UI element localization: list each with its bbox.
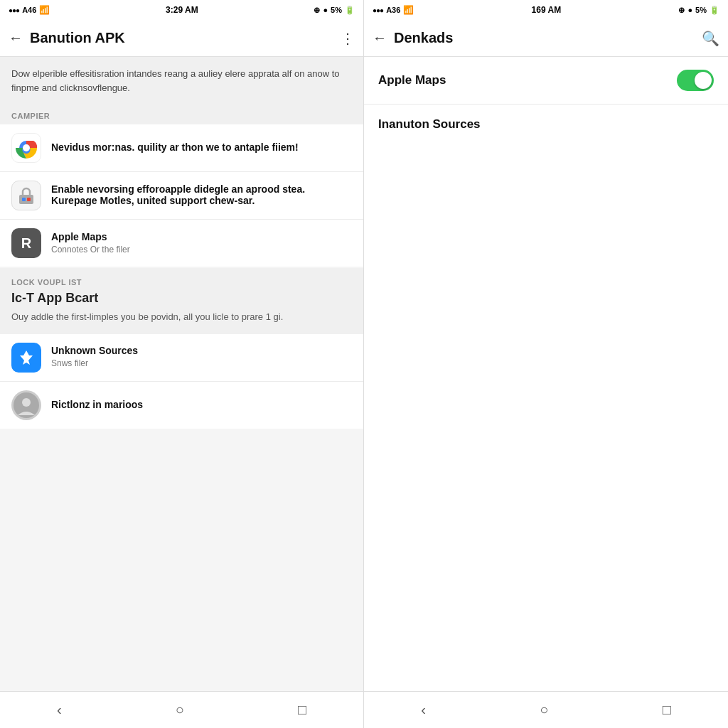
lock-icon — [11, 181, 41, 210]
left-content: Dow elperible effesitisration intandes r… — [0, 57, 363, 691]
right-nav-title: Denkads — [394, 30, 702, 46]
left-top-nav: ← Banution APK ⋮ — [0, 20, 363, 57]
left-back-button[interactable]: ← — [9, 30, 23, 46]
right-bottom-nav: ‹ ○ □ — [364, 691, 728, 728]
left-back-nav-button[interactable]: ‹ — [57, 702, 62, 718]
promo-text: Ouy addle the first-limples you be povid… — [11, 310, 352, 324]
left-battery-icon: 🔋 — [345, 6, 355, 15]
apple-maps-toggle[interactable] — [677, 70, 714, 91]
apple-maps-setting-label: Apple Maps — [378, 73, 446, 87]
information-sources-row: Inanuton Sources — [364, 105, 728, 144]
toggle-thumb — [695, 72, 712, 89]
list-item[interactable]: Rictlonz in marioos — [0, 382, 363, 429]
right-dot: ● — [687, 6, 692, 14]
left-status-right: ⊕ ● 5% 🔋 — [314, 6, 355, 15]
left-bottom-list: Unknown Sources Snws filer Rictlonz in m… — [0, 334, 363, 429]
left-carrier: A46 — [22, 6, 36, 14]
left-list-section: Nevidus mor:nas. quility ar thon we to a… — [0, 124, 363, 267]
lock-item-title: Enable nevorsing efforoapple didegle an … — [51, 183, 352, 206]
partial-icon — [11, 390, 41, 420]
apple-maps-item-subtitle: Connotes Or the filer — [51, 244, 352, 256]
right-search-button[interactable]: 🔍 — [702, 30, 719, 47]
unknown-sources-title: Unknown Sources — [51, 345, 352, 356]
svg-rect-4 — [22, 198, 26, 201]
left-menu-button[interactable]: ⋮ — [341, 30, 355, 47]
apple-maps-item-text: Apple Maps Connotes Or the filer — [51, 231, 352, 256]
right-top-nav: ← Denkads 🔍 — [364, 20, 728, 57]
right-content: Apple Maps Inanuton Sources — [364, 57, 728, 691]
right-battery: 5% — [695, 6, 707, 14]
svg-rect-3 — [19, 195, 33, 204]
left-signal: ●●● — [9, 6, 19, 14]
right-time: 169 AM — [532, 5, 562, 15]
right-battery-icon: 🔋 — [710, 6, 719, 15]
left-description: Dow elperible effesitisration intandes r… — [0, 57, 363, 105]
unknown-sources-text: Unknown Sources Snws filer — [51, 345, 352, 370]
right-carrier: A36 — [386, 6, 400, 14]
list-item[interactable]: Nevidus mor:nas. quility ar thon we to a… — [0, 124, 363, 172]
list-item[interactable]: R Apple Maps Connotes Or the filer — [0, 220, 363, 267]
right-recent-button[interactable]: □ — [663, 702, 671, 718]
partial-item-title: Rictlonz in marioos — [51, 399, 352, 410]
left-battery: 5% — [331, 6, 342, 14]
chrome-item-title: Nevidus mor:nas. quility ar thon we to a… — [51, 141, 352, 153]
left-time: 3:29 AM — [166, 5, 198, 15]
left-nav-title: Banution APK — [30, 30, 341, 46]
right-signal: ●●● — [373, 6, 383, 14]
left-bottom-nav: ‹ ○ □ — [0, 691, 363, 728]
right-panel: ●●● A36 📶 169 AM ⊕ ● 5% 🔋 ← Denkads 🔍 Ap… — [364, 0, 728, 728]
right-back-nav-button[interactable]: ‹ — [421, 702, 426, 718]
lock-item-text: Enable nevorsing efforoapple didegle an … — [51, 183, 352, 208]
right-back-button[interactable]: ← — [373, 30, 387, 46]
left-dot: ● — [323, 6, 328, 14]
partial-item-text: Rictlonz in marioos — [51, 399, 352, 412]
svg-point-2 — [23, 144, 30, 151]
left-home-button[interactable]: ○ — [176, 702, 184, 718]
promo-header: LOCK VOUPL IST — [11, 278, 352, 287]
right-bluetooth-icon: ⊕ — [678, 6, 685, 15]
promo-block: LOCK VOUPL IST Ic-T App Bcart Ouy addle … — [0, 268, 363, 334]
left-section-header: CAMPIER — [0, 105, 363, 124]
left-wifi-icon: 📶 — [39, 5, 50, 15]
right-status-left: ●●● A36 📶 — [373, 5, 414, 15]
left-recent-button[interactable]: □ — [298, 702, 306, 718]
apple-maps-setting-row[interactable]: Apple Maps — [364, 57, 728, 105]
app-store-icon — [11, 343, 41, 373]
right-home-button[interactable]: ○ — [540, 702, 548, 718]
left-panel: ●●● A46 📶 3:29 AM ⊕ ● 5% 🔋 ← Banution AP… — [0, 0, 364, 728]
list-item[interactable]: Enable nevorsing efforoapple didegle an … — [0, 172, 363, 220]
right-status-bar: ●●● A36 📶 169 AM ⊕ ● 5% 🔋 — [364, 0, 728, 20]
r-icon: R — [11, 228, 41, 258]
chrome-icon — [11, 133, 41, 163]
left-status-bar: ●●● A46 📶 3:29 AM ⊕ ● 5% 🔋 — [0, 0, 363, 20]
right-status-right: ⊕ ● 5% 🔋 — [678, 6, 719, 15]
promo-title: Ic-T App Bcart — [11, 291, 352, 306]
list-item[interactable]: Unknown Sources Snws filer — [0, 334, 363, 382]
left-status-left: ●●● A46 📶 — [9, 5, 50, 15]
svg-rect-5 — [27, 198, 31, 201]
unknown-sources-subtitle: Snws filer — [51, 358, 352, 370]
left-bluetooth-icon: ⊕ — [314, 6, 320, 15]
information-sources-label: Inanuton Sources — [378, 117, 481, 131]
right-wifi-icon: 📶 — [403, 5, 414, 15]
apple-maps-item-title: Apple Maps — [51, 231, 352, 242]
svg-point-7 — [22, 398, 31, 407]
chrome-item-text: Nevidus mor:nas. quility ar thon we to a… — [51, 141, 352, 154]
